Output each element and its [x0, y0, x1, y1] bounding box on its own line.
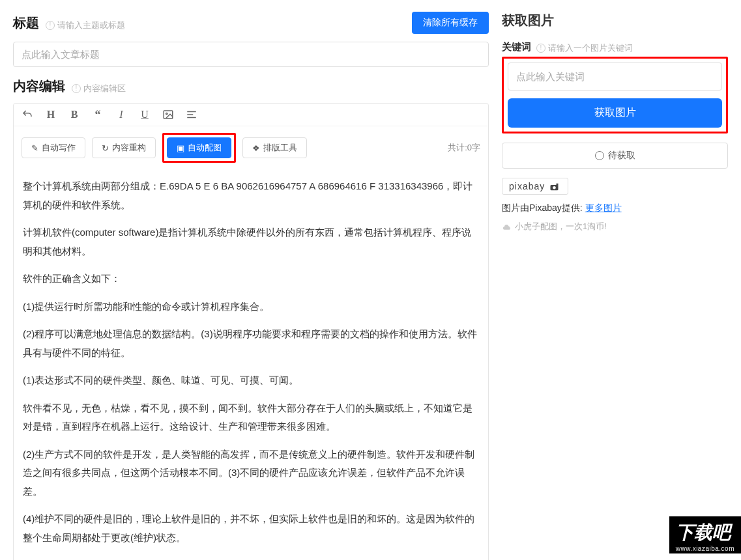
- auto-write-button[interactable]: ✎自动写作: [22, 137, 85, 158]
- heading-icon[interactable]: H: [45, 109, 57, 120]
- keyword-input[interactable]: [508, 63, 722, 91]
- align-icon[interactable]: [186, 109, 197, 120]
- content-paragraph: 软件看不见，无色，枯燥，看不见，摸不到，闻不到。软件大部分存在于人们的头脑或纸上…: [23, 399, 479, 436]
- article-title-input[interactable]: [13, 42, 489, 67]
- sidebar-title: 获取图片: [502, 12, 728, 29]
- sidebar-panel: 获取图片 关键词 ! 请输入一个图片关键词 获取图片 待获取 pixabay 图…: [495, 0, 741, 560]
- auto-image-button[interactable]: ▣自动配图: [167, 137, 231, 158]
- keyword-label: 关键词: [502, 41, 531, 53]
- word-count: 共计:0字: [448, 142, 480, 154]
- highlight-keyword-box: 获取图片: [502, 57, 728, 133]
- content-hint: ! 内容编辑区: [72, 83, 126, 94]
- format-toolbar: H B “ I U: [14, 104, 488, 126]
- picture-icon: ▣: [177, 143, 184, 153]
- rebuild-button[interactable]: ↻内容重构: [92, 137, 156, 158]
- content-paragraph: 软件的正确含义如下：: [23, 270, 479, 288]
- pending-button[interactable]: 待获取: [502, 143, 728, 169]
- watermark: 下载吧 www.xiazaiba.com: [669, 516, 741, 553]
- content-paragraph: (1)提供运行时所需功能和性能的命令或计算机程序集合。: [23, 298, 479, 316]
- svg-rect-7: [557, 184, 559, 186]
- info-icon: !: [46, 21, 55, 30]
- title-label: 标题: [13, 16, 39, 30]
- image-icon[interactable]: [162, 109, 174, 120]
- content-paragraph: 整个计算机系统由两部分组成：E.69DA 5 E 6 BA 9062616964…: [23, 177, 479, 214]
- cloud-icon: [502, 223, 512, 231]
- content-paragraph: 计算机软件(computer software)是指计算机系统中除硬件以外的所有…: [23, 223, 479, 260]
- fetch-image-button[interactable]: 获取图片: [508, 98, 722, 128]
- content-paragraph: (4)维护不同的硬件是旧的，理论上软件是旧的，并不坏，但实际上软件也是旧的和坏的…: [23, 510, 479, 547]
- keyword-label-row: 关键词 ! 请输入一个图片关键词: [502, 41, 728, 54]
- highlight-auto-image: ▣自动配图: [162, 133, 236, 163]
- content-section-header: 内容编辑 ! 内容编辑区: [13, 77, 489, 95]
- info-icon: !: [72, 84, 81, 93]
- bold-icon[interactable]: B: [68, 109, 80, 120]
- more-images-link[interactable]: 更多图片: [585, 203, 622, 213]
- content-paragraph: (2)程序可以满意地处理信息的数据结构。(3)说明程序功能要求和程序需要的文档的…: [23, 325, 479, 362]
- info-icon: !: [536, 44, 545, 53]
- circle-icon: [595, 151, 604, 160]
- content-paragraph: (1)表达形式不同的硬件类型、颜色、味道、可见、可摸、可闻。: [23, 371, 479, 390]
- underline-icon[interactable]: U: [139, 109, 151, 120]
- main-panel: 标题 ! 请输入主题或标题 清除所有缓存 内容编辑 ! 内容编辑区 H: [0, 0, 495, 560]
- provider-badge: pixabay: [502, 178, 568, 195]
- quote-icon[interactable]: “: [92, 109, 104, 120]
- provider-line: 图片由Pixabay提供: 更多图片: [502, 203, 728, 214]
- title-hint: ! 请输入主题或标题: [46, 20, 125, 31]
- action-toolbar: ✎自动写作 ↻内容重构 ▣自动配图 ❖排版工具 共计:0字: [14, 126, 488, 169]
- pencil-icon: ✎: [31, 143, 38, 153]
- refresh-icon: ↻: [102, 143, 109, 153]
- svg-point-6: [553, 186, 556, 189]
- italic-icon[interactable]: I: [115, 109, 127, 120]
- layout-tool-button[interactable]: ❖排版工具: [242, 137, 307, 158]
- undo-icon[interactable]: [22, 109, 33, 120]
- keyword-hint: ! 请输入一个图片关键词: [536, 42, 633, 54]
- layout-icon: ❖: [252, 143, 260, 153]
- content-area[interactable]: 整个计算机系统由两部分组成：E.69DA 5 E 6 BA 9062616964…: [14, 169, 488, 560]
- footer-note: 小虎子配图，一次1淘币!: [502, 221, 728, 232]
- content-paragraph: (2)生产方式不同的软件是开发，是人类智能的高发挥，而不是传统意义上的硬件制造。…: [23, 445, 479, 501]
- content-label: 内容编辑: [13, 79, 65, 93]
- editor-box: H B “ I U ✎自动写作 ↻内容重构 ▣自动配图 ❖排版工具 共计:0字 …: [13, 103, 489, 560]
- clear-cache-button[interactable]: 清除所有缓存: [412, 12, 489, 34]
- title-section-header: 标题 ! 请输入主题或标题 清除所有缓存: [13, 12, 489, 34]
- svg-point-1: [166, 113, 167, 114]
- camera-icon: [549, 183, 561, 191]
